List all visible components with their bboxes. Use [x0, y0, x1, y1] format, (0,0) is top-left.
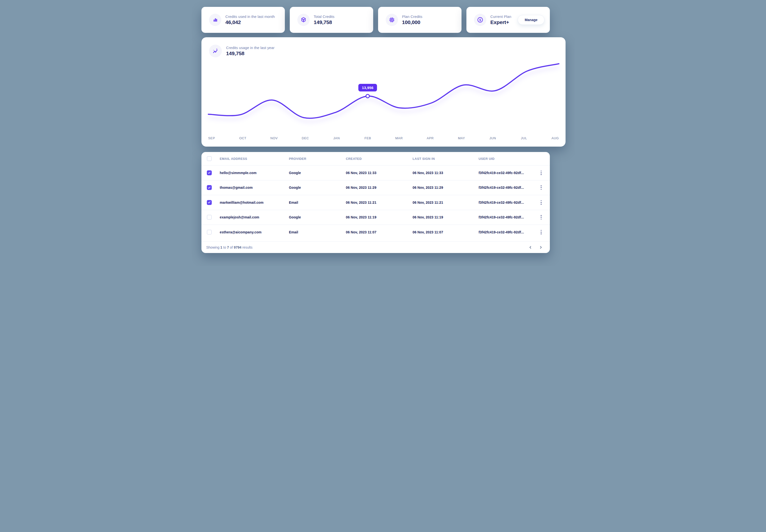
stat-card-total-credits: Total Credits 149,758 — [290, 7, 373, 33]
stat-label: Current Plan — [490, 14, 511, 19]
cell-last-sign-in: 06 Nov, 2023 11:21 — [413, 201, 479, 204]
column-header-user-uid: USER UID — [479, 157, 538, 161]
column-header-provider: PROVIDER — [289, 157, 346, 161]
cell-provider: Google — [289, 215, 346, 219]
check-icon — [208, 171, 211, 174]
x-tick-jul: JUL — [521, 136, 527, 140]
chart-point-marker — [366, 94, 369, 98]
x-tick-mar: MAR — [395, 136, 403, 140]
row-checkbox[interactable] — [207, 185, 212, 190]
cell-email: thomas@gmail.com — [220, 186, 289, 190]
stat-card-credits-used: Credits used in the last month 46,042 — [202, 7, 285, 33]
cell-user-uid: f3f42fc419-ce32-49fc-92df... — [479, 215, 538, 219]
x-tick-aug: AUG — [551, 136, 559, 140]
cell-provider: Email — [289, 201, 346, 204]
table-row: esthera@aicompany.comEmail06 Nov, 2023 1… — [202, 225, 550, 240]
x-tick-sep: SEP — [208, 136, 215, 140]
x-tick-feb: FEB — [364, 136, 371, 140]
stat-value: 100,000 — [402, 19, 422, 25]
svg-text:$: $ — [479, 18, 481, 22]
cell-last-sign-in: 06 Nov, 2023 11:29 — [413, 186, 479, 190]
stat-value: 46,042 — [226, 19, 275, 25]
credits-usage-chart-card: Credits usage in the last year 149,758 1… — [202, 37, 565, 147]
chevron-left-icon — [529, 246, 532, 249]
row-actions-menu-button[interactable] — [538, 170, 544, 176]
cell-provider: Email — [289, 230, 346, 234]
row-actions-menu-button[interactable] — [538, 229, 544, 235]
chip-icon — [386, 14, 398, 26]
table-row: thomas@gmail.comGoogle06 Nov, 2023 11:29… — [202, 180, 550, 195]
table-body: hello@simmmple.comGoogle06 Nov, 2023 11:… — [202, 165, 550, 240]
pagination-prev-button[interactable] — [528, 245, 533, 250]
cell-email: markwilliam@hotmail.com — [220, 201, 289, 204]
cell-created: 06 Nov, 2023 11:33 — [346, 171, 413, 175]
cell-last-sign-in: 06 Nov, 2023 11:33 — [413, 171, 479, 175]
stat-label: Plan Credits — [402, 14, 422, 19]
x-tick-jun: JUN — [489, 136, 496, 140]
stat-label: Total Credits — [314, 14, 335, 19]
cell-user-uid: f3f42fc419-ce32-49fc-92df... — [479, 171, 538, 175]
credits-line-chart: 13,956 — [202, 44, 565, 142]
row-checkbox[interactable] — [207, 230, 212, 235]
x-tick-oct: OCT — [239, 136, 246, 140]
dollar-circle-icon: $ — [474, 14, 486, 26]
select-all-checkbox[interactable] — [207, 156, 212, 161]
cell-email: hello@simmmple.com — [220, 171, 289, 175]
table-row: examplejosh@mail.comGoogle06 Nov, 2023 1… — [202, 210, 550, 225]
cell-user-uid: f3f42fc419-ce32-49fc-92df... — [479, 201, 538, 204]
chart-x-axis: SEPOCTNOVDECJANFEBMARAPRMAYJUNJULAUG — [202, 136, 565, 141]
chart-line-series — [208, 64, 559, 118]
chevron-right-icon — [539, 246, 542, 249]
stat-card-plan-credits: Plan Credits 100,000 — [378, 7, 461, 33]
row-actions-menu-button[interactable] — [538, 214, 544, 220]
cell-email: examplejosh@mail.com — [220, 215, 289, 219]
column-header-email: EMAIL ADDRESS — [220, 157, 289, 161]
table-row: hello@simmmple.comGoogle06 Nov, 2023 11:… — [202, 165, 550, 180]
stat-label: Credits used in the last month — [226, 14, 275, 19]
column-header-last-sign-in: LAST SIGN IN — [413, 157, 479, 161]
stat-card-current-plan: $ Current Plan Expert+ Manage — [466, 7, 550, 33]
cell-user-uid: f3f42fc419-ce32-49fc-92df... — [479, 186, 538, 190]
cell-provider: Google — [289, 186, 346, 190]
row-actions-menu-button[interactable] — [538, 184, 544, 191]
chart-tooltip: 13,956 — [358, 84, 377, 91]
x-tick-nov: NOV — [270, 136, 278, 140]
cell-created: 06 Nov, 2023 11:21 — [346, 201, 413, 204]
row-checkbox[interactable] — [207, 215, 212, 220]
cell-user-uid: f3f42fc419-ce32-49fc-92df... — [479, 230, 538, 234]
x-tick-apr: APR — [427, 136, 434, 140]
row-actions-menu-button[interactable] — [538, 199, 544, 206]
cell-last-sign-in: 06 Nov, 2023 11:19 — [413, 215, 479, 219]
stat-value: 149,758 — [314, 19, 335, 25]
x-tick-jan: JAN — [333, 136, 340, 140]
cube-icon — [297, 14, 310, 26]
cell-email: esthera@aicompany.com — [220, 230, 289, 234]
manage-plan-button[interactable]: Manage — [518, 15, 544, 25]
column-header-created: CREATED — [346, 157, 413, 161]
results-summary: Showing 1 to 7 of 9794 results — [206, 245, 253, 249]
row-checkbox[interactable] — [207, 170, 212, 175]
cell-created: 06 Nov, 2023 11:07 — [346, 230, 413, 234]
cell-created: 06 Nov, 2023 11:19 — [346, 215, 413, 219]
cell-last-sign-in: 06 Nov, 2023 11:07 — [413, 230, 479, 234]
cell-provider: Google — [289, 171, 346, 175]
table-header-row: EMAIL ADDRESS PROVIDER CREATED LAST SIGN… — [202, 152, 550, 165]
check-icon — [208, 186, 211, 189]
users-table-card: EMAIL ADDRESS PROVIDER CREATED LAST SIGN… — [202, 152, 550, 253]
dashboard-page: Credits used in the last month 46,042 To… — [192, 0, 574, 266]
row-checkbox[interactable] — [207, 200, 212, 205]
x-tick-dec: DEC — [302, 136, 309, 140]
bar-chart-icon — [209, 14, 221, 26]
x-tick-may: MAY — [458, 136, 465, 140]
check-icon — [208, 201, 211, 204]
chart-tooltip-value: 13,956 — [362, 86, 373, 90]
table-footer: Showing 1 to 7 of 9794 results — [202, 241, 550, 253]
pagination-next-button[interactable] — [538, 245, 543, 250]
stat-value: Expert+ — [490, 19, 511, 25]
cell-created: 06 Nov, 2023 11:29 — [346, 186, 413, 190]
table-row: markwilliam@hotmail.comEmail06 Nov, 2023… — [202, 195, 550, 210]
